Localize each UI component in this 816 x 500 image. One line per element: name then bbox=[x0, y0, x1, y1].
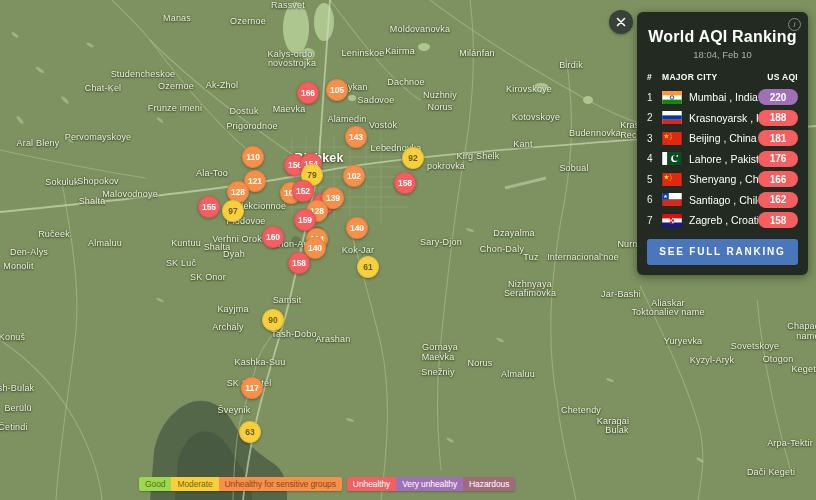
country-flag-icon bbox=[662, 132, 682, 145]
legend-group: GoodModerateUnhealthy for sensitive grou… bbox=[139, 477, 342, 491]
country-flag-icon bbox=[662, 173, 682, 186]
aqi-map-app: BishkekManasOzernoeRassvetMoldovanovkaKa… bbox=[0, 0, 816, 500]
aqi-badge: 162 bbox=[758, 192, 798, 208]
ranking-row[interactable]: 6 Santiago , Chile 162 bbox=[647, 190, 798, 211]
aqi-map-marker[interactable]: 105 bbox=[326, 79, 348, 101]
rank-number: 1 bbox=[647, 92, 660, 103]
ranking-row[interactable]: 3 Beijing , China 181 bbox=[647, 128, 798, 149]
see-full-ranking-button[interactable]: SEE FULL RANKING bbox=[647, 239, 798, 265]
country-flag-icon bbox=[662, 193, 682, 206]
ranking-row[interactable]: 7 Zagreb , Croatia 158 bbox=[647, 210, 798, 231]
column-city: MAJOR CITY bbox=[662, 72, 767, 82]
country-flag-icon bbox=[662, 91, 682, 104]
rank-number: 3 bbox=[647, 133, 660, 144]
country-flag-icon bbox=[662, 214, 682, 227]
aqi-legend: GoodModerateUnhealthy for sensitive grou… bbox=[139, 477, 515, 491]
aqi-map-marker[interactable]: 97 bbox=[222, 200, 244, 222]
column-aqi: US AQI bbox=[767, 72, 798, 82]
city-name: Mumbai , India bbox=[689, 91, 758, 103]
aqi-map-marker[interactable]: 92 bbox=[402, 147, 424, 169]
city-name: Krasnoyarsk , Russia bbox=[689, 112, 758, 124]
legend-item: Good bbox=[139, 477, 171, 491]
country-flag-icon bbox=[662, 152, 682, 165]
aqi-map-marker[interactable]: 160 bbox=[262, 226, 284, 248]
legend-item: Moderate bbox=[171, 477, 218, 491]
ranking-table-header: # MAJOR CITY US AQI bbox=[647, 69, 798, 85]
aqi-map-marker[interactable]: 155 bbox=[198, 196, 220, 218]
aqi-badge: 220 bbox=[758, 89, 798, 105]
city-name: Beijing , China bbox=[689, 132, 758, 144]
world-aqi-ranking-panel: i World AQI Ranking 18:04, Feb 10 # MAJO… bbox=[637, 12, 808, 275]
legend-group: UnhealthyVery unhealthyHazardous bbox=[347, 477, 515, 491]
aqi-map-marker[interactable]: 143 bbox=[345, 126, 367, 148]
city-name: Lahore , Pakistan bbox=[689, 153, 758, 165]
rank-number: 2 bbox=[647, 112, 660, 123]
ranking-row[interactable]: 4 Lahore , Pakistan 176 bbox=[647, 149, 798, 170]
aqi-map-marker[interactable]: 63 bbox=[239, 421, 261, 443]
legend-item: Hazardous bbox=[463, 477, 515, 491]
rank-number: 6 bbox=[647, 194, 660, 205]
aqi-map-marker[interactable]: 158 bbox=[394, 172, 416, 194]
aqi-badge: 158 bbox=[758, 212, 798, 228]
aqi-map-marker[interactable]: 102 bbox=[343, 165, 365, 187]
close-button[interactable] bbox=[609, 10, 633, 34]
ranking-row[interactable]: 2 Krasnoyarsk , Russia 188 bbox=[647, 108, 798, 129]
info-icon[interactable]: i bbox=[788, 18, 801, 31]
column-rank: # bbox=[647, 72, 662, 82]
rank-number: 7 bbox=[647, 215, 660, 226]
legend-item: Very unhealthy bbox=[396, 477, 463, 491]
aqi-badge: 176 bbox=[758, 151, 798, 167]
panel-title: World AQI Ranking bbox=[647, 28, 798, 46]
aqi-badge: 166 bbox=[758, 171, 798, 187]
city-name: Zagreb , Croatia bbox=[689, 214, 758, 226]
legend-item: Unhealthy for sensitive groups bbox=[219, 477, 342, 491]
city-name: Shenyang , China bbox=[689, 173, 758, 185]
city-name: Santiago , Chile bbox=[689, 194, 758, 206]
country-flag-icon bbox=[662, 111, 682, 124]
aqi-map-marker[interactable]: 117 bbox=[241, 377, 263, 399]
aqi-map-marker[interactable]: 166 bbox=[297, 82, 319, 104]
aqi-map-marker[interactable]: 140 bbox=[346, 217, 368, 239]
aqi-map-marker[interactable]: 90 bbox=[262, 309, 284, 331]
aqi-map-marker[interactable]: 61 bbox=[357, 256, 379, 278]
legend-item: Unhealthy bbox=[347, 477, 396, 491]
ranking-row[interactable]: 5 Shenyang , China 166 bbox=[647, 169, 798, 190]
ranking-rows: 1 Mumbai , India 220 2 Krasnoyarsk , Rus… bbox=[647, 87, 798, 231]
close-icon bbox=[615, 16, 627, 28]
aqi-badge: 188 bbox=[758, 110, 798, 126]
aqi-badge: 181 bbox=[758, 130, 798, 146]
rank-number: 4 bbox=[647, 153, 660, 164]
rank-number: 5 bbox=[647, 174, 660, 185]
panel-timestamp: 18:04, Feb 10 bbox=[647, 49, 798, 60]
ranking-row[interactable]: 1 Mumbai , India 220 bbox=[647, 87, 798, 108]
aqi-map-marker[interactable]: 158 bbox=[288, 252, 310, 274]
aqi-map-marker[interactable]: 152 bbox=[292, 180, 314, 202]
aqi-map-marker[interactable]: 110 bbox=[242, 146, 264, 168]
